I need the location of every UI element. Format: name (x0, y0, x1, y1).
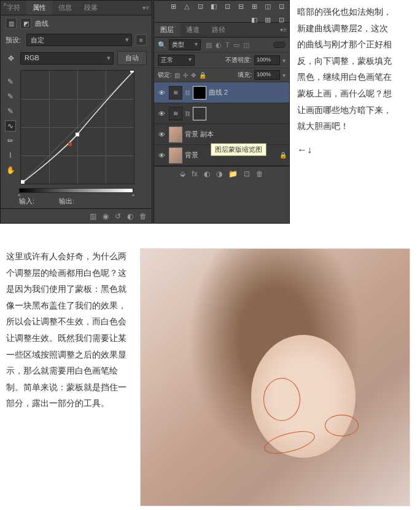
svg-rect-2 (76, 133, 79, 136)
fill-label: 填充: (238, 71, 252, 79)
mask-thumbnail[interactable] (193, 86, 206, 100)
layer-name[interactable]: 曲线 2 (209, 88, 287, 97)
tab-layers[interactable]: 图层 (154, 23, 180, 37)
tab-paths[interactable]: 路径 (206, 23, 231, 37)
layer-item[interactable]: 👁 背景 副本 (154, 124, 289, 145)
svg-rect-3 (68, 143, 72, 146)
icon[interactable]: ⊡ (196, 2, 204, 10)
view-icon[interactable]: ◉ (103, 212, 109, 221)
eyedropper-black-icon[interactable]: ✎ (5, 76, 16, 87)
fx-icon[interactable]: fx (192, 170, 197, 178)
preset-menu-icon[interactable]: ≡ (136, 34, 147, 45)
icon[interactable]: ⊡ (223, 2, 231, 10)
icon[interactable]: ⊡ (277, 2, 286, 10)
curves-icon: ◩ (20, 18, 31, 29)
tab-channels[interactable]: 通道 (180, 23, 206, 37)
gradient-bar[interactable]: ▴ ▴ (19, 188, 133, 193)
auto-button[interactable]: 自动 (117, 51, 147, 65)
icon[interactable]: △ (182, 2, 191, 10)
panel-tabs: × 字符 属性 信息 段落 ▾≡ (1, 1, 152, 15)
icon[interactable]: ⊟ (236, 2, 245, 10)
search-icon[interactable]: 🔍 (158, 41, 166, 49)
mask-thumbnail[interactable] (193, 107, 206, 120)
reset-icon[interactable]: ↺ (115, 212, 121, 221)
lock-label: 锁定: (158, 71, 172, 79)
lock-position-icon[interactable]: ✢ (183, 72, 188, 79)
layers-footer: ⬙ fx ◐ ◑ 📁 ⊡ 🗑 (154, 166, 289, 181)
panel-menu-icon[interactable]: ▾≡ (280, 26, 287, 33)
input-label: 输入: (19, 197, 34, 206)
curves-graph[interactable] (20, 70, 134, 184)
new-layer-icon[interactable]: ⊡ (244, 170, 250, 178)
preset-select[interactable]: 自定 (26, 34, 132, 46)
tooltip: 图层蒙版缩览图 (211, 143, 266, 156)
lock-all-icon[interactable]: 🔒 (199, 72, 206, 79)
toolbar-icons: ⊞△⊡◧⊡⊟ ⊞◫⊡◧▥⊡ (154, 1, 289, 23)
layer-item[interactable]: 👁 ≋ ⛓ 曲线 2 (154, 82, 289, 103)
adjustment-icon[interactable]: ▥ (6, 18, 17, 29)
prev-icon[interactable]: ◐ (127, 212, 133, 221)
fill-input[interactable]: 100% (254, 70, 280, 80)
tab-paragraph[interactable]: 段落 (78, 1, 104, 15)
svg-rect-4 (130, 71, 134, 73)
visibility-icon[interactable]: 👁 (157, 152, 166, 159)
svg-rect-1 (21, 180, 25, 184)
eyedropper-gray-icon[interactable]: ✎ (5, 91, 16, 102)
chevron-down-icon[interactable]: ▾ (282, 57, 286, 64)
curves-title: 曲线 (35, 19, 49, 28)
filter-pixel-icon[interactable]: ▧ (206, 41, 212, 49)
link-icon[interactable]: ⛓ (185, 111, 190, 117)
curves-adj-icon: ≋ (169, 107, 182, 120)
curves-footer: ▥ ◉ ↺ ◐ 🗑 (1, 208, 152, 223)
filter-text-icon[interactable]: T (225, 41, 230, 49)
filter-shape-icon[interactable]: ▭ (233, 41, 239, 49)
filter-smart-icon[interactable]: ◫ (243, 41, 249, 49)
icon[interactable]: ◫ (263, 2, 272, 10)
panel-menu-icon[interactable]: ▾≡ (142, 4, 149, 11)
chevron-down-icon[interactable]: ▾ (282, 72, 286, 79)
filter-type-select[interactable]: 类型 (169, 39, 201, 50)
trash-icon[interactable]: 🗑 (256, 170, 263, 178)
channel-select[interactable]: RGB (20, 52, 114, 65)
trash-icon[interactable]: 🗑 (139, 212, 147, 221)
clip-icon[interactable]: ▥ (90, 212, 96, 221)
curves-adj-icon: ≋ (169, 86, 182, 100)
point-tool-icon[interactable]: ∿ (5, 120, 16, 131)
output-label: 输出: (59, 197, 74, 206)
icon[interactable]: ⊞ (250, 2, 259, 10)
photo-preview (140, 248, 410, 506)
layer-name[interactable]: 背景 副本 (185, 130, 287, 139)
lock-icon: 🔒 (279, 152, 287, 159)
layers-tabs: 图层 通道 路径 ▾≡ (154, 23, 289, 37)
hand-tool-icon[interactable]: ✋ (5, 165, 16, 176)
icon[interactable]: ◧ (209, 2, 218, 10)
instruction-text-right: 暗部的强化也如法炮制，新建曲线调整层2，这次的曲线与刚才那个正好相反，向下调整，… (290, 0, 400, 163)
adjustment-icon[interactable]: ◑ (216, 170, 222, 178)
layer-item[interactable]: 👁 ≋ ⛓ (154, 103, 289, 124)
lock-pixels-icon[interactable]: ▧ (174, 72, 180, 79)
layer-thumbnail[interactable] (169, 127, 182, 143)
eyedropper-sample-icon[interactable]: ✥ (6, 53, 17, 64)
nav-arrows: ←↓ (297, 141, 393, 159)
visibility-icon[interactable]: 👁 (157, 89, 166, 96)
filter-toggle[interactable] (273, 42, 286, 48)
blend-mode-select[interactable]: 正常 (158, 55, 195, 66)
mask-icon[interactable]: ◐ (204, 170, 210, 178)
layer-thumbnail[interactable] (169, 147, 182, 163)
link-icon[interactable]: ⛓ (185, 90, 190, 96)
curves-tools: ✎ ✎ ✎ ∿ ✏ ⌇ ✋ (3, 70, 18, 184)
filter-adjust-icon[interactable]: ◐ (216, 41, 222, 49)
lock-move-icon[interactable]: ✥ (191, 72, 196, 79)
tab-properties[interactable]: 属性 (26, 1, 52, 15)
eyedropper-white-icon[interactable]: ✎ (5, 106, 16, 117)
smooth-tool-icon[interactable]: ⌇ (5, 150, 16, 161)
close-icon[interactable]: × (3, 1, 7, 8)
group-icon[interactable]: 📁 (228, 170, 238, 178)
icon[interactable]: ⊞ (169, 2, 177, 10)
visibility-icon[interactable]: 👁 (157, 131, 166, 138)
tab-info[interactable]: 信息 (52, 1, 78, 15)
opacity-input[interactable]: 100% (254, 55, 280, 65)
visibility-icon[interactable]: 👁 (157, 110, 166, 117)
pencil-tool-icon[interactable]: ✏ (5, 135, 16, 146)
link-layers-icon[interactable]: ⬙ (180, 170, 185, 178)
